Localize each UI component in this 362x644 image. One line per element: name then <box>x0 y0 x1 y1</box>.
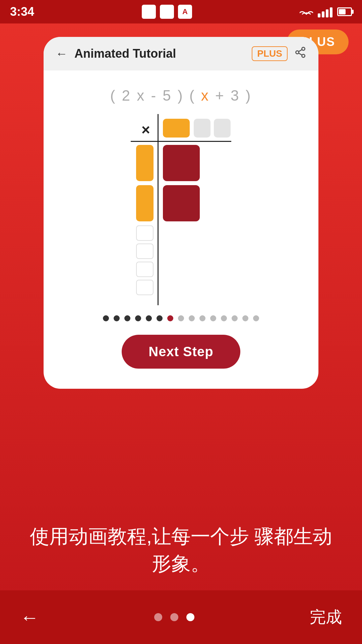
top-block-gray-2 <box>214 119 231 138</box>
left-yellow-block-2 <box>136 185 154 221</box>
x-label: × <box>141 121 150 138</box>
dot-15 <box>253 315 259 321</box>
svg-line-3 <box>299 53 302 55</box>
bottom-dot-3-active <box>186 613 194 621</box>
dot-11 <box>210 315 216 321</box>
card-header: ← Animated Tutorial PLUS <box>44 37 318 70</box>
app-icon-a: A <box>178 5 192 19</box>
app-icon-2 <box>160 5 174 19</box>
bottom-back-button[interactable]: ← <box>20 606 39 628</box>
signal-icon <box>318 6 333 17</box>
svg-line-4 <box>299 50 302 52</box>
dot-5 <box>146 315 152 321</box>
battery-icon <box>337 7 352 16</box>
bottom-done-button[interactable]: 完成 <box>310 606 342 628</box>
left-small-block-4 <box>136 280 154 295</box>
viz-area: × <box>44 114 318 305</box>
center-dark-block-2 <box>163 185 200 221</box>
back-arrow-icon[interactable]: ← <box>56 47 68 61</box>
dot-10 <box>199 315 205 321</box>
next-step-button[interactable]: Next Step <box>122 335 240 369</box>
dot-14 <box>242 315 248 321</box>
card-header-title: Animated Tutorial <box>74 47 245 61</box>
grid-visual: × <box>131 114 231 305</box>
dot-9 <box>189 315 195 321</box>
left-small-block-1 <box>136 225 154 241</box>
bottom-navigation: ← 完成 <box>0 590 362 644</box>
status-right-icons <box>300 6 352 17</box>
dot-6 <box>157 315 163 321</box>
dot-13 <box>232 315 238 321</box>
dot-8 <box>178 315 184 321</box>
formula-part2: + 3 ) <box>215 87 252 104</box>
main-card: ← Animated Tutorial PLUS ( 2 x - 5 ) ( x… <box>44 37 318 389</box>
formula-highlight-x: x <box>201 87 210 104</box>
dot-3 <box>124 315 130 321</box>
formula-display: ( 2 x - 5 ) ( x + 3 ) <box>44 87 318 104</box>
dot-7-active <box>167 315 173 321</box>
wifi-icon <box>300 7 313 17</box>
app-icon-1 <box>142 5 156 19</box>
status-bar: 3:34 A <box>0 0 362 23</box>
dot-1 <box>103 315 109 321</box>
dot-12 <box>221 315 227 321</box>
left-yellow-block-1 <box>136 145 154 181</box>
top-block-orange <box>163 119 190 138</box>
bottom-dot-2 <box>170 613 178 621</box>
center-dark-block-1 <box>163 145 200 181</box>
bottom-dot-1 <box>154 613 162 621</box>
share-icon[interactable] <box>294 46 306 61</box>
formula-part1: ( 2 x - 5 ) ( <box>110 87 196 104</box>
plus-badge-header[interactable]: PLUS <box>252 46 288 61</box>
horizontal-line <box>131 141 231 142</box>
left-small-block-2 <box>136 244 154 259</box>
status-time: 3:34 <box>10 5 34 19</box>
dot-4 <box>135 315 141 321</box>
left-small-block-3 <box>136 262 154 277</box>
status-left-icons: A <box>142 5 192 19</box>
dot-2 <box>114 315 120 321</box>
step-indicators <box>44 315 318 321</box>
description-text: 使用动画教程,让每一个步 骤都生动形象。 <box>0 523 362 577</box>
bottom-page-dots <box>154 613 194 621</box>
top-block-gray-1 <box>194 119 210 138</box>
vertical-line <box>158 114 159 305</box>
